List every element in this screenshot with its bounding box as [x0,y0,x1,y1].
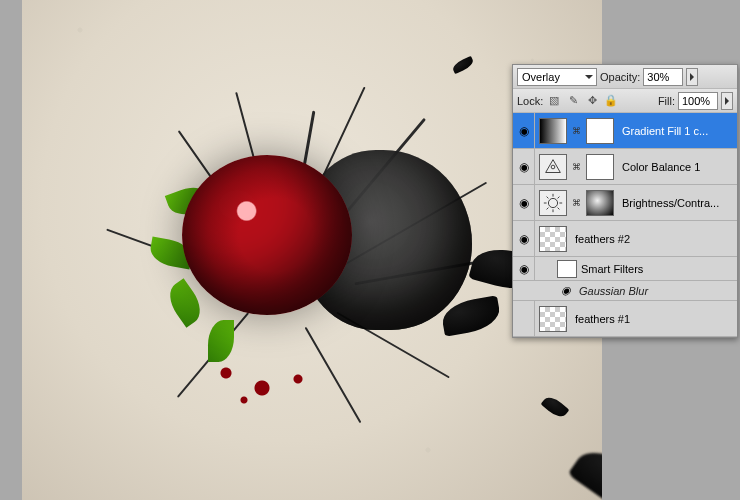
opacity-value: 30% [647,71,669,83]
layer-thumbnail[interactable] [539,226,567,252]
fill-field[interactable]: 100% [678,92,718,110]
lock-fill-row: Lock: ▧ ✎ ✥ 🔒 Fill: 100% [513,89,737,113]
layer-color-balance-1[interactable]: ◉ ⌘ Color Balance 1 [513,149,737,185]
lock-all-icon[interactable]: 🔒 [603,93,619,109]
lock-pixels-icon[interactable]: ✎ [565,93,581,109]
visibility-toggle-icon[interactable]: ◉ [519,196,529,210]
layer-thumbnail[interactable] [539,154,567,180]
blend-mode-select[interactable]: Overlay [517,68,597,86]
smart-filters-row[interactable]: ◉ Smart Filters [513,257,737,281]
svg-point-1 [548,198,557,207]
blend-opacity-row: Overlay Opacity: 30% [513,65,737,89]
layer-thumbnail[interactable] [539,306,567,332]
visibility-toggle-icon[interactable]: ◉ [519,232,529,246]
fill-value: 100% [682,95,710,107]
blend-mode-value: Overlay [522,71,560,83]
opacity-field[interactable]: 30% [643,68,683,86]
lock-transparent-icon[interactable]: ▧ [546,93,562,109]
layer-name-label: feathers #2 [571,233,737,245]
layer-feathers-1[interactable]: feathers #1 [513,301,737,337]
artwork [72,40,522,460]
filter-visibility-icon[interactable]: ◉ [559,284,573,298]
lock-position-icon[interactable]: ✥ [584,93,600,109]
visibility-toggle-icon[interactable]: ◉ [519,124,529,138]
mask-link-icon[interactable]: ⌘ [571,198,582,208]
smart-filter-mask-thumbnail[interactable] [557,260,577,278]
svg-point-0 [551,165,555,169]
visibility-toggle-icon[interactable]: ◉ [519,160,529,174]
layer-mask-thumbnail[interactable] [586,190,614,216]
mask-link-icon[interactable]: ⌘ [571,126,582,136]
layer-name-label: Brightness/Contra... [618,197,737,209]
smart-filters-label: Smart Filters [581,263,643,275]
layer-name-label: feathers #1 [571,313,737,325]
layer-mask-thumbnail[interactable] [586,154,614,180]
layer-gradient-fill-1[interactable]: ◉ ⌘ Gradient Fill 1 c... [513,113,737,149]
layer-mask-thumbnail[interactable] [586,118,614,144]
layer-thumbnail[interactable] [539,190,567,216]
layer-brightness-contrast[interactable]: ◉ ⌘ Brightness/Contra... [513,185,737,221]
lock-label: Lock: [517,95,543,107]
visibility-toggle-icon[interactable]: ◉ [519,262,529,276]
filter-gaussian-blur[interactable]: ◉ Gaussian Blur [513,281,737,301]
fill-label: Fill: [658,95,675,107]
opacity-label: Opacity: [600,71,640,83]
filter-name-label: Gaussian Blur [579,285,648,297]
layer-thumbnail[interactable] [539,118,567,144]
opacity-flyout-icon[interactable] [686,68,698,86]
layers-list: ◉ ⌘ Gradient Fill 1 c... ◉ ⌘ Color Balan… [513,113,737,337]
layer-name-label: Gradient Fill 1 c... [618,125,737,137]
fill-flyout-icon[interactable] [721,92,733,110]
layer-name-label: Color Balance 1 [618,161,737,173]
mask-link-icon[interactable]: ⌘ [571,162,582,172]
lock-icons-group: ▧ ✎ ✥ 🔒 [546,93,619,109]
layer-feathers-2[interactable]: ◉ feathers #2 [513,221,737,257]
layers-panel: Overlay Opacity: 30% Lock: ▧ ✎ ✥ 🔒 Fill:… [512,64,738,338]
